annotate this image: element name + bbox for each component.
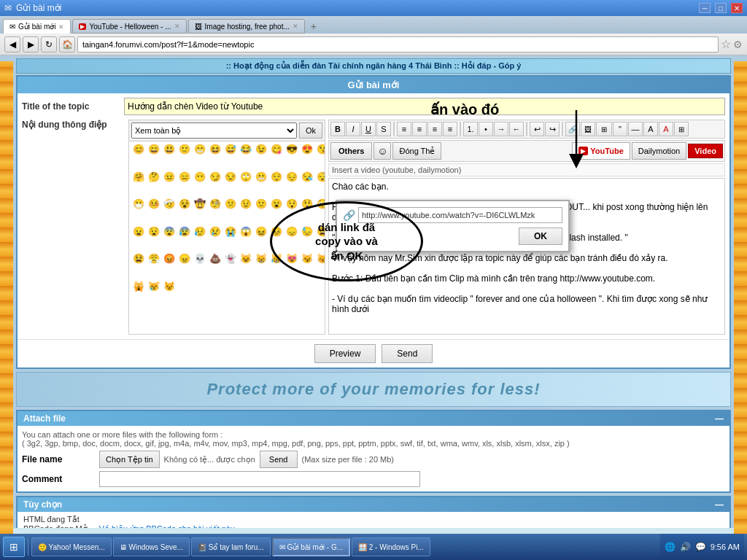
underline-btn[interactable]: U: [361, 122, 376, 136]
smiley[interactable]: 😡: [162, 253, 177, 280]
home-button[interactable]: 🏠: [59, 36, 75, 52]
smiley[interactable]: 🤒: [147, 198, 161, 225]
smiley[interactable]: 😢: [208, 226, 222, 253]
smiley[interactable]: 😼: [300, 253, 314, 280]
smiley[interactable]: 😽: [315, 253, 325, 280]
strikethrough-btn[interactable]: S: [376, 122, 391, 136]
quote-btn[interactable]: ": [613, 122, 627, 136]
ve-hieu-link[interactable]: Về hiệu ứng BBCode cho bài viết này...: [99, 524, 241, 528]
smiley[interactable]: 🙁: [254, 198, 268, 225]
smiley[interactable]: 😌: [269, 171, 284, 198]
smiley[interactable]: 😠: [177, 253, 192, 280]
smiley[interactable]: 🤗: [131, 171, 146, 198]
smiley[interactable]: 😶: [193, 171, 207, 198]
smiley[interactable]: 👻: [223, 253, 238, 280]
indent-btn[interactable]: →: [494, 122, 508, 136]
smiley[interactable]: 😆: [208, 144, 222, 171]
dailymotion-button[interactable]: Dailymotion: [632, 142, 686, 160]
hr-btn[interactable]: —: [628, 122, 643, 136]
smiley[interactable]: 🤔: [147, 171, 161, 198]
smiley[interactable]: 😣: [269, 226, 284, 253]
tab-image[interactable]: 🖼 Image hosting, free phot... ✕: [188, 19, 305, 34]
tab-active[interactable]: ✉ Gửi bài mới ✕: [3, 19, 71, 34]
align-right-btn[interactable]: ≡: [427, 122, 442, 136]
table-btn[interactable]: ⊞: [674, 122, 689, 136]
smiley[interactable]: 😥: [193, 226, 207, 253]
settings-icon[interactable]: ⚙: [733, 39, 743, 50]
forward-button[interactable]: ▶: [23, 36, 39, 52]
youtube-button[interactable]: ▶ YouTube: [572, 142, 630, 160]
smiley[interactable]: 😁: [193, 144, 207, 171]
smiley[interactable]: 😟: [239, 198, 253, 225]
smiley[interactable]: 😲: [300, 198, 314, 225]
smiley[interactable]: 😪: [300, 171, 314, 198]
maximize-btn[interactable]: □: [715, 3, 727, 13]
url-bar[interactable]: [77, 36, 719, 52]
smiley[interactable]: 😯: [285, 198, 299, 225]
attach-collapse-icon[interactable]: —: [715, 413, 724, 424]
title-input[interactable]: [124, 98, 725, 115]
tab-close-icon[interactable]: ✕: [58, 23, 64, 31]
taskbar-yahoo[interactable]: 🙂 Yahoo! Messen...: [31, 537, 112, 556]
smiley[interactable]: 😘: [315, 144, 325, 171]
smiley[interactable]: 😓: [300, 226, 314, 253]
smiley[interactable]: 💀: [193, 253, 207, 280]
smiley[interactable]: 🙄: [239, 171, 253, 198]
smiley[interactable]: 😹: [269, 253, 284, 280]
smiley[interactable]: 😉: [254, 144, 268, 171]
smiley[interactable]: 😩: [315, 226, 325, 253]
smiley[interactable]: 😍: [300, 144, 314, 171]
smileys-ok-btn[interactable]: Ok: [299, 122, 322, 139]
start-button[interactable]: ⊞: [3, 537, 25, 557]
new-tab-btn[interactable]: +: [306, 19, 321, 34]
others-button[interactable]: Others: [330, 142, 372, 160]
smiley[interactable]: 😾: [162, 281, 177, 308]
font-btn[interactable]: A: [643, 122, 658, 136]
smiley[interactable]: 😋: [269, 144, 284, 171]
align-center-btn[interactable]: ≡: [412, 122, 427, 136]
smiley[interactable]: 😃: [162, 144, 177, 171]
smiley[interactable]: 🧐: [208, 198, 222, 225]
smiley[interactable]: 😳: [315, 198, 325, 225]
smiley[interactable]: 😨: [162, 226, 177, 253]
smiley[interactable]: 🙀: [131, 281, 146, 308]
code-btn[interactable]: ⊞: [596, 122, 612, 136]
taskbar-guibaimoi[interactable]: ✉ Gửi bài mới - G...: [272, 537, 350, 556]
smiley[interactable]: 😕: [223, 198, 238, 225]
link-btn[interactable]: 🔗: [565, 122, 580, 136]
smiley[interactable]: 😎: [285, 144, 299, 171]
smiley[interactable]: 😅: [223, 144, 238, 171]
smiley[interactable]: 💩: [208, 253, 222, 280]
align-left-btn[interactable]: ≡: [397, 122, 411, 136]
smiley[interactable]: 😺: [239, 253, 253, 280]
smiley[interactable]: 🤠: [193, 198, 207, 225]
smiley[interactable]: 😖: [254, 226, 268, 253]
taskbar-windows2[interactable]: 🪟 2 - Windows Pi...: [352, 537, 430, 556]
taskbar-sotay[interactable]: 📓 Sổ tay lam foru...: [191, 537, 271, 556]
refresh-button[interactable]: ↻: [41, 36, 57, 52]
smiley[interactable]: 😄: [147, 144, 161, 171]
justify-btn[interactable]: ≡: [443, 122, 457, 136]
options-collapse-icon[interactable]: —: [715, 499, 724, 510]
smiley[interactable]: 😮: [269, 198, 284, 225]
youtube-ok-button[interactable]: OK: [519, 228, 562, 245]
redo-btn[interactable]: ↪: [545, 122, 560, 136]
smiley[interactable]: 😫: [131, 253, 146, 280]
smiley[interactable]: 😷: [131, 198, 146, 225]
smiley[interactable]: 😬: [254, 171, 268, 198]
send-button[interactable]: Send: [382, 344, 433, 363]
list-ol-btn[interactable]: 1.: [463, 122, 478, 136]
smiley[interactable]: 😞: [285, 226, 299, 253]
video-badge-button[interactable]: Video: [688, 144, 723, 158]
minimize-btn[interactable]: ─: [699, 3, 711, 13]
yt-tab-close[interactable]: ✕: [174, 23, 180, 30]
undo-btn[interactable]: ↩: [530, 122, 544, 136]
smileys-dropdown[interactable]: Xem toàn bộ: [131, 122, 297, 139]
smiley[interactable]: 😱: [239, 226, 253, 253]
smiley[interactable]: 🤕: [162, 198, 177, 225]
outdent-btn[interactable]: ←: [509, 122, 524, 136]
smiley[interactable]: 😏: [208, 171, 222, 198]
smiley-btn[interactable]: ☺: [374, 142, 391, 160]
bold-btn[interactable]: B: [330, 122, 345, 136]
smiley[interactable]: 😭: [223, 226, 238, 253]
